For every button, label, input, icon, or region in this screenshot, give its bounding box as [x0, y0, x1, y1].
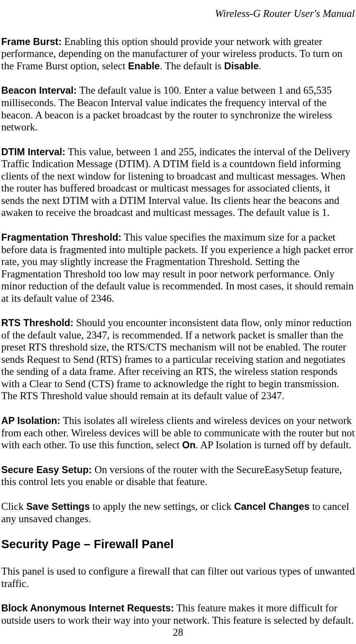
rts-threshold-label: RTS Threshold: [1, 317, 74, 328]
secure-easy-setup-paragraph: Secure Easy Setup: On versions of the ro… [1, 464, 355, 488]
ap-isolation-paragraph: AP Isolation: This isolates all wireless… [1, 414, 355, 451]
page-header: Wireless-G Router User's Manual [1, 7, 355, 20]
frag-threshold-label: Fragmentation Threshold: [1, 232, 121, 243]
frame-burst-text2: . The default is [160, 60, 224, 71]
security-heading: Security Page – Firewall Panel [1, 537, 355, 551]
dtim-interval-paragraph: DTIM Interval: This value, between 1 and… [1, 146, 355, 219]
ap-isolation-label: AP Isolation: [1, 415, 60, 426]
frame-burst-label: Frame Burst: [1, 36, 62, 47]
save-settings-text1: Click [1, 501, 26, 512]
disable-text: Disable [224, 61, 259, 71]
beacon-interval-label: Beacon Interval: [1, 85, 77, 96]
cancel-changes-bold: Cancel Changes [234, 501, 310, 512]
frame-burst-paragraph: Frame Burst: Enabling this option should… [1, 36, 355, 72]
save-settings-paragraph: Click Save Settings to apply the new set… [1, 500, 355, 525]
security-intro-text: This panel is used to configure a firewa… [1, 566, 355, 589]
block-anonymous-paragraph: Block Anonymous Internet Requests: This … [1, 602, 355, 626]
secure-easy-setup-label: Secure Easy Setup: [1, 464, 92, 475]
ap-isolation-text2: . AP Isolation is turned off by default. [196, 439, 351, 450]
beacon-interval-paragraph: Beacon Interval: The default value is 10… [1, 84, 355, 133]
enable-text: Enable [128, 61, 160, 71]
security-intro-paragraph: This panel is used to configure a firewa… [1, 565, 355, 590]
page-number: 28 [0, 626, 356, 639]
frame-burst-text3: . [259, 60, 261, 71]
on-text: On [182, 440, 196, 450]
dtim-interval-label: DTIM Interval: [1, 147, 65, 157]
rts-threshold-paragraph: RTS Threshold: Should you encounter inco… [1, 317, 355, 402]
block-anonymous-label: Block Anonymous Internet Requests: [1, 603, 174, 613]
save-settings-text2: to apply the new settings, or click [90, 501, 234, 512]
save-settings-bold: Save Settings [26, 501, 90, 512]
rts-threshold-text: Should you encounter inconsistent data f… [1, 317, 351, 401]
frag-threshold-paragraph: Fragmentation Threshold: This value spec… [1, 231, 355, 304]
